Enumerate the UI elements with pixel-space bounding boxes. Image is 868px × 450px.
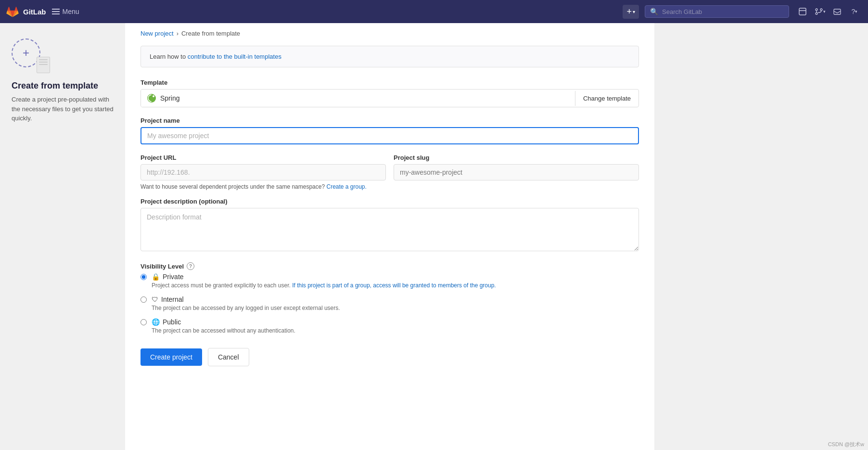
visibility-label: Visibility Level ? — [140, 262, 639, 270]
content-area: New project › Create from template Learn… — [125, 23, 654, 450]
lock-icon: 🔒 — [152, 273, 160, 281]
svg-rect-0 — [799, 8, 806, 15]
sidebar-icon-group: + — [12, 39, 50, 73]
dock-icon — [798, 7, 807, 16]
breadcrumb-current: Create from template — [181, 30, 240, 37]
navbar-menu-toggle[interactable]: Menu — [52, 8, 79, 15]
visibility-private-desc: Project access must be granted explicitl… — [152, 282, 496, 290]
description-textarea[interactable] — [140, 208, 639, 251]
info-banner: Learn how to contribute to the built-in … — [140, 46, 639, 67]
breadcrumb-parent-link[interactable]: New project — [140, 30, 174, 37]
project-name-section: Project name — [140, 117, 639, 144]
namespace-hint: Want to house several dependent projects… — [140, 183, 639, 190]
sidebar-title: Create from template — [12, 81, 98, 91]
visibility-internal-radio[interactable] — [140, 296, 147, 303]
search-input[interactable] — [662, 8, 784, 15]
new-item-button[interactable]: + ▾ — [623, 5, 639, 19]
visibility-private-radio[interactable] — [140, 274, 147, 280]
gitlab-logo-icon — [6, 5, 19, 18]
template-name: Spring — [160, 94, 179, 102]
visibility-public-radio[interactable] — [140, 319, 147, 325]
merge-requests-icon — [815, 7, 823, 16]
help-caret-icon: ▾ — [855, 9, 857, 14]
help-button[interactable]: ? ▾ — [847, 4, 862, 19]
visibility-private-title: 🔒 Private — [152, 273, 496, 281]
merge-requests-button[interactable]: ▾ — [812, 4, 828, 19]
visibility-public-option: 🌐 Public The project can be accessed wit… — [140, 318, 639, 335]
template-label: Template — [140, 79, 639, 86]
footer-hint: CSDN @技术w — [824, 439, 868, 450]
plus-circle-icon: + — [23, 46, 29, 60]
visibility-public-desc: The project can be accessed without any … — [152, 327, 295, 335]
url-slug-row: Project URL Project slug — [140, 154, 639, 180]
visibility-public-title: 🌐 Public — [152, 318, 295, 326]
doc-stack-icon — [37, 57, 50, 73]
visibility-options: 🔒 Private Project access must be granted… — [140, 273, 639, 334]
info-banner-prefix: Learn how to — [150, 53, 188, 60]
private-group-note: If this project is part of a group, acce… — [292, 282, 496, 289]
search-icon: 🔍 — [650, 8, 658, 15]
create-group-link[interactable]: Create a group. — [326, 183, 366, 190]
merge-caret-icon: ▾ — [823, 9, 826, 14]
breadcrumb-separator: › — [177, 30, 179, 37]
project-slug-label: Project slug — [394, 154, 639, 161]
visibility-internal-desc: The project can be accessed by any logge… — [152, 304, 340, 312]
project-url-label: Project URL — [140, 154, 386, 161]
sidebar: + Create from template Create a project … — [0, 23, 125, 450]
cancel-button[interactable]: Cancel — [208, 348, 249, 366]
search-bar[interactable]: 🔍 — [645, 5, 789, 18]
project-name-input[interactable] — [140, 127, 639, 144]
project-slug-section: Project slug — [394, 154, 639, 180]
navbar: GitLab Menu + ▾ 🔍 ▾ ? ▾ — [0, 0, 868, 23]
visibility-internal-title: 🛡 Internal — [152, 296, 340, 303]
template-row: Spring Change template — [140, 89, 639, 107]
create-project-button[interactable]: Create project — [140, 348, 202, 366]
dock-icon-button[interactable] — [795, 4, 810, 19]
svg-point-7 — [153, 95, 154, 97]
navbar-icons: ▾ ? ▾ — [795, 4, 862, 19]
template-section: Template Spring Change template — [140, 79, 639, 107]
spring-logo-icon — [147, 93, 156, 103]
inbox-button[interactable] — [830, 4, 845, 19]
visibility-private-option: 🔒 Private Project access must be granted… — [140, 273, 639, 290]
plus-caret-icon: ▾ — [633, 9, 635, 14]
breadcrumb: New project › Create from template — [140, 23, 639, 46]
change-template-button[interactable]: Change template — [575, 91, 638, 106]
shield-icon: 🛡 — [152, 296, 158, 303]
svg-point-3 — [820, 9, 822, 11]
svg-point-2 — [816, 9, 817, 11]
navbar-brand[interactable]: GitLab — [6, 5, 46, 18]
menu-label: Menu — [63, 8, 79, 15]
visibility-internal-option: 🛡 Internal The project can be accessed b… — [140, 296, 639, 312]
globe-icon: 🌐 — [152, 318, 160, 326]
description-label: Project description (optional) — [140, 198, 639, 205]
project-url-section: Project URL — [140, 154, 386, 180]
hamburger-icon — [52, 9, 60, 14]
brand-name: GitLab — [23, 8, 46, 16]
contribute-templates-link[interactable]: contribute to the built-in templates — [188, 53, 281, 60]
svg-point-4 — [816, 13, 817, 14]
visibility-help-icon[interactable]: ? — [187, 262, 194, 270]
project-url-field — [140, 164, 386, 180]
inbox-icon — [833, 7, 842, 16]
description-section: Project description (optional) — [140, 198, 639, 253]
main-wrapper: + Create from template Create a project … — [0, 23, 868, 450]
sidebar-description: Create a project pre-populated with the … — [12, 95, 114, 123]
project-url-input[interactable] — [141, 165, 385, 180]
template-value-display: Spring — [141, 90, 575, 107]
plus-icon: + — [626, 7, 632, 17]
form-actions: Create project Cancel — [140, 348, 639, 366]
project-slug-input[interactable] — [394, 164, 639, 180]
help-icon: ? — [852, 8, 855, 15]
create-icon-circle: + — [12, 39, 40, 67]
visibility-section: Visibility Level ? 🔒 Private Project acc… — [140, 262, 639, 334]
project-name-label: Project name — [140, 117, 639, 124]
